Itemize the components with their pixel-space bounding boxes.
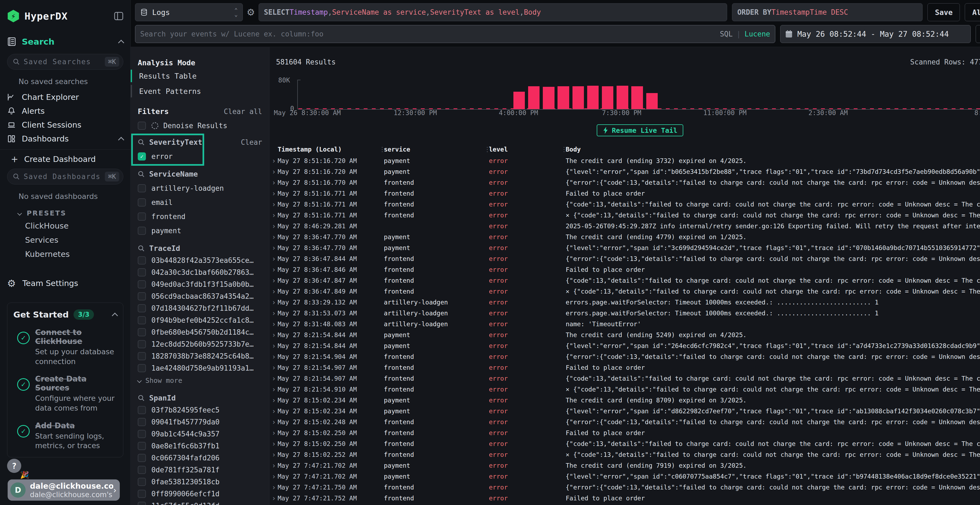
- get-started-item[interactable]: ✓Connect to ClickHouseSet up your databa…: [13, 328, 117, 366]
- date-range-picker[interactable]: May 26 08:52:44 - May 27 08:52:44: [780, 25, 971, 43]
- collapse-sidebar-icon[interactable]: [114, 12, 123, 20]
- clear-filter-button[interactable]: Clear: [241, 138, 262, 146]
- table-row[interactable]: ›May 27 8:15:02.250 AMfrontenderrorFaile…: [269, 427, 980, 438]
- filter-option[interactable]: 0ae8e1f6c6b37fb1: [130, 442, 262, 450]
- show-more-button[interactable]: Show more: [130, 376, 262, 384]
- table-row[interactable]: ›May 27 8:51:16.720 AMpaymenterrorThe cr…: [269, 156, 980, 166]
- sidebar-item-client-sessions[interactable]: Client Sessions: [7, 118, 123, 132]
- filter-option[interactable]: 12ec8dd52b60b9525733b7e…: [130, 340, 262, 348]
- filter-option[interactable]: 09041fb457779da0: [130, 418, 262, 426]
- sidebar-item-search[interactable]: Search: [7, 32, 123, 51]
- table-row[interactable]: ›May 27 8:15:02.248 AMfrontenderror{"err…: [269, 416, 980, 427]
- table-row[interactable]: ›May 27 8:36:47.849 AMfrontenderror× {"c…: [269, 286, 980, 297]
- language-toggle-sql[interactable]: SQL: [720, 30, 733, 38]
- filter-option[interactable]: 049ed0ac3fdb1f3f15a0b0b…: [130, 280, 262, 288]
- language-toggle-lucene[interactable]: Lucene: [745, 30, 770, 38]
- histogram-bar[interactable]: [514, 92, 525, 109]
- table-row[interactable]: ›May 27 8:15:02.250 AMfrontenderror{"cod…: [269, 438, 980, 449]
- expand-row-chevron-icon[interactable]: ›: [269, 157, 278, 165]
- expand-row-chevron-icon[interactable]: ›: [269, 200, 278, 208]
- expand-row-chevron-icon[interactable]: ›: [269, 211, 278, 219]
- table-row[interactable]: ›May 27 7:47:21.702 AMpaymenterrorThe cr…: [269, 460, 980, 471]
- table-row[interactable]: ›May 27 7:47:21.702 AMpaymenterror{"leve…: [269, 471, 980, 482]
- expand-row-chevron-icon[interactable]: ›: [269, 375, 278, 383]
- table-row[interactable]: ›May 27 8:36:47.846 AMfrontenderrorFaile…: [269, 264, 980, 275]
- table-row[interactable]: ›May 27 8:51:16.771 AMfrontenderrorFaile…: [269, 188, 980, 199]
- get-started-item[interactable]: ✓Add DataStart sending logs, metrics, or…: [13, 421, 117, 451]
- chevron-up-icon[interactable]: [118, 40, 124, 46]
- table-row[interactable]: ›May 27 8:36:47.770 AMpaymenterrorThe cr…: [269, 232, 980, 243]
- expand-row-chevron-icon[interactable]: ›: [269, 222, 278, 230]
- expand-row-chevron-icon[interactable]: ›: [269, 320, 278, 328]
- preset-services[interactable]: Services: [7, 233, 123, 247]
- filter-option[interactable]: 09ab1c4544c9a357: [130, 430, 262, 438]
- expand-row-chevron-icon[interactable]: ›: [269, 462, 278, 470]
- saved-dashboards-input[interactable]: Saved Dashboards ⌘K: [7, 169, 123, 184]
- filter-option[interactable]: 056cd9acbaac8637a4354a2…: [130, 292, 262, 300]
- table-row[interactable]: ›May 27 8:33:29.132 AMartillery-loadgene…: [269, 297, 980, 308]
- search-input[interactable]: Search your events w/ Lucene ex. column:…: [135, 25, 775, 43]
- expand-row-chevron-icon[interactable]: ›: [269, 440, 278, 448]
- filter-option[interactable]: 0ff8990066efcf1d: [130, 490, 262, 498]
- sidebar-item-dashboards[interactable]: Dashboards: [7, 132, 123, 146]
- table-row[interactable]: ›May 27 8:51:16.771 AMfrontenderror× {"c…: [269, 210, 980, 221]
- column-header-service[interactable]: ⋮service: [379, 146, 484, 153]
- filter-option[interactable]: 0fbe680eb456750b2d1184c…: [130, 328, 262, 336]
- filter-option[interactable]: email: [130, 199, 262, 206]
- filter-option[interactable]: payment: [130, 227, 262, 235]
- histogram-bar[interactable]: [602, 86, 613, 109]
- analysis-mode-results-table[interactable]: Results Table: [130, 70, 262, 82]
- filter-option[interactable]: 18287038b73e882425c64b8…: [130, 352, 262, 360]
- expand-row-chevron-icon[interactable]: ›: [269, 287, 278, 295]
- select-query-input[interactable]: SELECT Timestamp, ServiceName as service…: [259, 3, 727, 21]
- expand-row-chevron-icon[interactable]: ›: [269, 244, 278, 252]
- histogram-bar[interactable]: [557, 86, 569, 109]
- expand-row-chevron-icon[interactable]: ›: [269, 233, 278, 241]
- expand-row-chevron-icon[interactable]: ›: [269, 309, 278, 317]
- table-row[interactable]: ›May 27 7:47:21.750 AMfrontenderror{"err…: [269, 482, 980, 493]
- help-button[interactable]: ?: [7, 459, 21, 473]
- clear-all-filters-button[interactable]: Clear all: [224, 108, 262, 116]
- table-row[interactable]: ›May 27 8:51:16.771 AMfrontenderror{"cod…: [269, 199, 980, 210]
- table-row[interactable]: ›May 27 8:51:16.720 AMpaymenterror{"leve…: [269, 166, 980, 177]
- table-row[interactable]: ›May 27 8:51:16.770 AMfrontenderror{"err…: [269, 177, 980, 188]
- saved-searches-input[interactable]: Saved Searches ⌘K: [7, 54, 123, 70]
- filter-option[interactable]: 1ae42480d758e9ab91193a1…: [130, 364, 262, 372]
- alerts-button[interactable]: Alerts: [965, 3, 980, 21]
- save-button[interactable]: Save: [928, 3, 960, 21]
- expand-row-chevron-icon[interactable]: ›: [269, 429, 278, 437]
- filter-option[interactable]: 042a30c3dc1baf660b27863…: [130, 268, 262, 276]
- get-started-item[interactable]: ✓Create Data SourcesConfigure where your…: [13, 375, 117, 413]
- create-dashboard-button[interactable]: + Create Dashboard: [7, 152, 123, 166]
- expand-row-chevron-icon[interactable]: ›: [269, 298, 278, 306]
- expand-row-chevron-icon[interactable]: ›: [269, 407, 278, 415]
- table-row[interactable]: ›May 27 8:21:54.844 AMpaymenterrorThe cr…: [269, 329, 980, 340]
- expand-row-chevron-icon[interactable]: ›: [269, 265, 278, 274]
- column-header-level[interactable]: ⋮level: [484, 146, 561, 153]
- histogram-bar[interactable]: [573, 86, 584, 109]
- resume-live-tail-button[interactable]: Resume Live Tail: [597, 124, 684, 136]
- expand-row-chevron-icon[interactable]: ›: [269, 331, 278, 339]
- analysis-mode-event-patterns[interactable]: Event Patterns: [130, 85, 262, 97]
- preset-kubernetes[interactable]: Kubernetes: [7, 247, 123, 261]
- table-row[interactable]: ›May 27 8:36:47.770 AMpaymenterror{"leve…: [269, 243, 980, 253]
- table-row[interactable]: ›May 27 8:21:54.844 AMpaymenterror{"leve…: [269, 340, 980, 351]
- filter-option[interactable]: 07d184304627bf2f11b67dd…: [130, 304, 262, 312]
- table-row[interactable]: ›May 27 8:31:53.073 AMartillery-loadgene…: [269, 308, 980, 319]
- expand-row-chevron-icon[interactable]: ›: [269, 494, 278, 502]
- histogram-bar[interactable]: [587, 86, 599, 109]
- results-histogram[interactable]: 80K 0 May 26 8:30:00 AM12:30:00 PM4:00:0…: [276, 74, 980, 121]
- column-resize-handle[interactable]: ⋮: [379, 146, 385, 153]
- filter-option[interactable]: artillery-loadgen: [130, 184, 262, 192]
- filter-option[interactable]: 0c0667304fafd206: [130, 454, 262, 462]
- table-row[interactable]: ›May 27 7:47:21.752 AMfrontenderrorFaile…: [269, 493, 980, 503]
- expand-row-chevron-icon[interactable]: ›: [269, 189, 278, 197]
- filter-option[interactable]: frontend: [130, 213, 262, 221]
- column-resize-handle[interactable]: ⋮: [484, 146, 490, 153]
- table-row[interactable]: ›May 27 8:15:02.234 AMpaymenterrorThe cr…: [269, 395, 980, 406]
- filter-option[interactable]: 03b44828f42a3573ea655ce…: [130, 256, 262, 264]
- expand-row-chevron-icon[interactable]: ›: [269, 178, 278, 187]
- expand-row-chevron-icon[interactable]: ›: [269, 342, 278, 350]
- sidebar-item-alerts[interactable]: Alerts: [7, 104, 123, 118]
- table-row[interactable]: ›May 27 8:21:54.907 AMfrontenderrorFaile…: [269, 362, 980, 373]
